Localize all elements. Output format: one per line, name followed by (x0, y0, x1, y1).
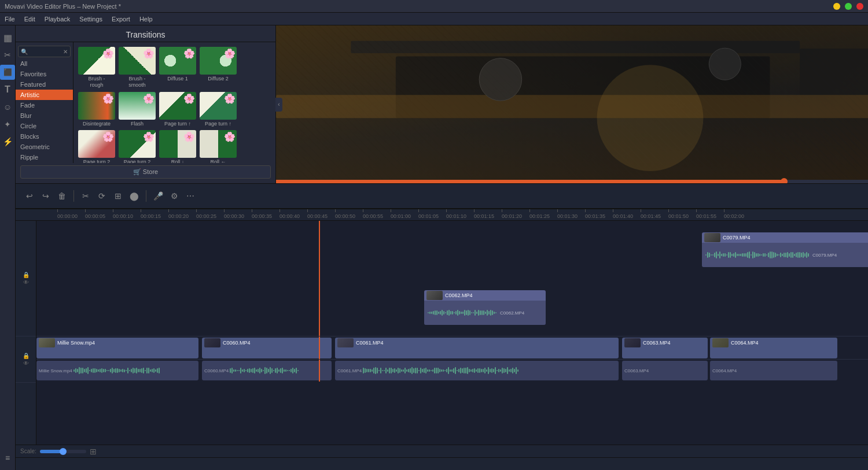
audio-c0063[interactable]: C0063.MP4 (622, 361, 708, 380)
scale-label: Scale: (20, 448, 36, 454)
lock-icon[interactable]: 🔒 (23, 272, 30, 278)
clip-c0060[interactable]: C0060.MP4 (202, 338, 332, 358)
color-button[interactable]: ⬤ (127, 189, 141, 203)
title-bar: Movavi Video Editor Plus – New Project * (0, 0, 868, 13)
transition-flash[interactable]: 🌸 Flash (119, 92, 156, 127)
audio-c0061[interactable]: C0061.MP4 (335, 361, 619, 380)
ruler-mark: 00:01:50 (668, 213, 689, 219)
minimize-button[interactable] (833, 3, 840, 10)
transition-brush-smooth[interactable]: 🌸 Brush -smooth (119, 47, 156, 88)
sidebar-effects-icon[interactable]: ✦ (0, 117, 15, 132)
preview-progress-bar[interactable] (276, 180, 868, 183)
ruler-mark: 00:00:45 (307, 213, 328, 219)
audio-millie[interactable]: Millie Snow.mp4 (36, 361, 198, 380)
sidebar-transitions-icon[interactable]: ⬛ (0, 65, 15, 80)
ruler-mark: 00:00:25 (196, 213, 216, 219)
clip-c0079[interactable]: C0079.MP4 C0079.MP4 (702, 232, 868, 267)
ruler-mark: 00:00:20 (168, 213, 189, 219)
menu-playback[interactable]: Playback (45, 16, 71, 23)
category-geometric[interactable]: Geometric (16, 142, 73, 152)
category-fade[interactable]: Fade (16, 100, 73, 110)
category-artistic[interactable]: Artistic (16, 90, 73, 100)
audio-c0064[interactable]: C0064.MP4 (710, 361, 837, 380)
undo-button[interactable]: ↩ (23, 189, 36, 203)
sidebar-text-icon[interactable]: T (0, 82, 15, 97)
window-controls (833, 3, 863, 10)
panel-collapse-arrow[interactable]: ‹ (275, 98, 282, 112)
transition-roll2[interactable]: 🌸 Roll ← (200, 130, 237, 163)
ruler-mark: 00:01:55 (696, 213, 716, 219)
category-all[interactable]: All (16, 58, 73, 69)
lock-icon-main[interactable]: 🔒 (23, 353, 30, 359)
transition-pageturn1b[interactable]: 🌸 Page turn ↑ (200, 92, 237, 127)
transition-roll1[interactable]: 🌸 Roll ↓ (159, 130, 196, 163)
transition-pageturn2b[interactable]: 🌸 Page turn 2 (119, 130, 156, 163)
crop-button[interactable]: ⊞ (111, 189, 125, 203)
clip-c0064[interactable]: C0064.MP4 (710, 338, 837, 358)
transition-brush-rough[interactable]: 🌸 Brush -rough (78, 47, 115, 88)
transition-pageturn1[interactable]: 🌸 Page turn ↑ (159, 92, 196, 127)
mic-button[interactable]: 🎤 (151, 189, 165, 203)
visibility-icon-main[interactable]: 👁 (23, 360, 29, 367)
svg-rect-3 (800, 49, 868, 95)
cut-button[interactable]: ✂ (79, 189, 93, 203)
sidebar-edit-icon[interactable]: ✂ (0, 47, 15, 62)
scale-slider-track[interactable] (40, 450, 86, 453)
ruler-mark: 00:00:30 (224, 213, 244, 219)
maximize-button[interactable] (845, 3, 852, 10)
category-search-box[interactable]: 🔍 ✕ (18, 46, 71, 57)
category-favorites[interactable]: Favorites (16, 69, 73, 79)
menu-edit[interactable]: Edit (24, 16, 35, 23)
transition-diffuse2[interactable]: 🌸 Diffuse 2 (200, 47, 237, 88)
ruler-mark: 00:00:55 (363, 213, 383, 219)
menu-file[interactable]: File (5, 16, 15, 23)
delete-button[interactable]: 🗑 (55, 189, 69, 203)
menu-help[interactable]: Help (139, 16, 153, 23)
settings-button[interactable]: ⚙ (167, 189, 181, 203)
clip-c0061[interactable]: C0061.MP4 (335, 338, 619, 358)
store-button[interactable]: 🛒 Store (20, 165, 271, 179)
transition-pageturn2[interactable]: 🌸 Page turn 2 (78, 130, 115, 163)
search-clear-icon[interactable]: ✕ (62, 47, 68, 55)
sidebar-stickers-icon[interactable]: ☺ (0, 99, 15, 114)
search-icon: 🔍 (21, 49, 28, 55)
clip-c0062[interactable]: C0062.MP4 C0062.MP4 (424, 290, 546, 325)
menu-settings[interactable]: Settings (79, 16, 102, 23)
close-button[interactable] (856, 3, 863, 10)
scale-bar: Scale: ⊞ (16, 445, 868, 457)
search-input[interactable] (28, 49, 62, 55)
audio-c0060[interactable]: C0060.MP4 (202, 361, 332, 380)
transition-diffuse1[interactable]: 🌸 Diffuse 1 (159, 47, 196, 88)
timeline-playhead[interactable] (319, 221, 320, 336)
sidebar-audio-icon[interactable]: ≡ (0, 450, 15, 465)
transitions-body: 🔍 ✕ All Favorites Featured Artistic Fade… (16, 42, 275, 163)
ruler-mark: 00:01:40 (613, 213, 633, 219)
clip-c0063[interactable]: C0063.MP4 (622, 338, 708, 358)
category-featured[interactable]: Featured (16, 79, 73, 90)
ruler-mark: 00:01:10 (446, 213, 466, 219)
more-button[interactable]: ⋯ (183, 189, 197, 203)
redo-button[interactable]: ↪ (39, 189, 53, 203)
sidebar-media-icon[interactable]: ▦ (0, 30, 15, 45)
repeat-button[interactable]: ⟳ (95, 189, 109, 203)
category-warp[interactable]: Warp (16, 162, 73, 163)
category-circle[interactable]: Circle (16, 121, 73, 131)
scale-expand-icon[interactable]: ⊞ (90, 447, 97, 456)
ruler-mark: 00:00:35 (252, 213, 272, 219)
category-blur[interactable]: Blur (16, 110, 73, 121)
main-area: ▦ ✂ ⬛ T ☺ ✦ ⚡ ≡ Transitions 🔍 ✕ (0, 25, 868, 470)
preview-progress-thumb[interactable] (781, 178, 788, 183)
category-blocks[interactable]: Blocks (16, 131, 73, 142)
scale-slider-thumb[interactable] (60, 448, 67, 455)
category-ripple[interactable]: Ripple (16, 152, 73, 162)
visibility-icon[interactable]: 👁 (23, 279, 29, 286)
ruler-mark: 00:00:00 (57, 213, 78, 219)
svg-point-10 (709, 48, 741, 80)
clip-millie-snow[interactable]: Millie Snow.mp4 (36, 338, 198, 358)
menu-export[interactable]: Export (112, 16, 130, 23)
timeline-tracks[interactable]: C0062.MP4 C0062.MP4 (36, 221, 868, 445)
ruler-mark: 00:01:25 (529, 213, 550, 219)
transitions-grid: 🌸 Brush -rough 🌸 Brush -smooth (73, 42, 275, 163)
transition-disintegrate[interactable]: 🌸 Disintegrate (78, 92, 115, 127)
sidebar-motion-icon[interactable]: ⚡ (0, 134, 15, 149)
